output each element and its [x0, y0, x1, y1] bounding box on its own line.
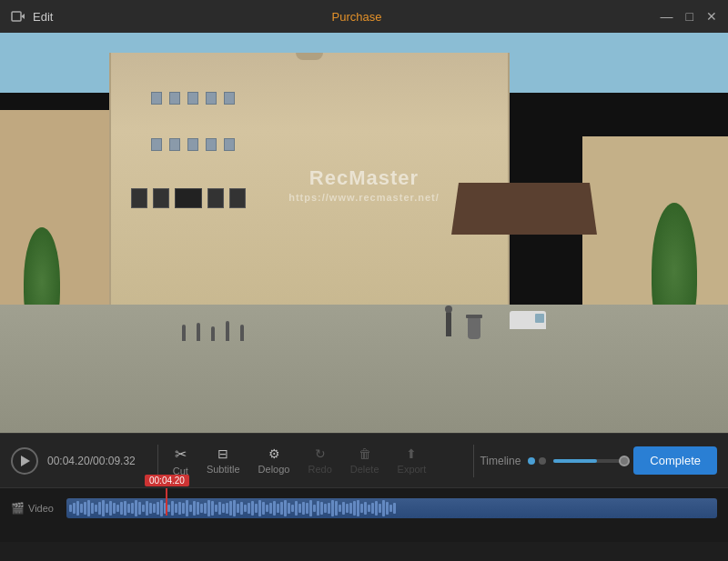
redo-icon: ↻ — [315, 446, 326, 461]
divider-1 — [157, 445, 158, 477]
timeline-dots — [528, 457, 546, 465]
export-icon: ⬆ — [406, 446, 417, 461]
playhead-time: 00:04.20 — [145, 475, 189, 486]
subtitle-button[interactable]: ⊟ Subtitle — [197, 443, 249, 478]
app-icon — [11, 9, 25, 24]
playhead[interactable]: 00:04.20 — [145, 475, 189, 516]
track-content-area[interactable]: 00:04.20 — [59, 498, 717, 518]
redo-button[interactable]: ↻ Redo — [298, 443, 340, 478]
minimize-button[interactable]: — — [661, 10, 673, 23]
play-button[interactable] — [11, 447, 38, 475]
timeline-thumb[interactable] — [619, 456, 630, 466]
video-frame: RecMaster https://www.recmaster.net/ — [0, 33, 728, 433]
timeline-dot-active — [528, 457, 535, 465]
subtitle-label: Subtitle — [207, 464, 240, 475]
delogo-label: Delogo — [258, 464, 290, 475]
main-building — [109, 53, 510, 313]
timeline-slider[interactable] — [553, 459, 626, 463]
video-track-icon: 🎬 — [11, 502, 25, 515]
track-row-video: 🎬 Video 00:04.20 — [11, 496, 717, 521]
close-button[interactable]: ✕ — [706, 10, 717, 23]
subtitle-icon: ⊟ — [217, 446, 228, 461]
timeline-fill — [553, 459, 597, 463]
cut-icon: ✂ — [175, 446, 187, 463]
complete-button[interactable]: Complete — [633, 446, 717, 475]
playhead-line — [166, 488, 167, 516]
divider-2 — [473, 445, 474, 477]
title-bar: Edit Purchase — □ ✕ — [0, 0, 728, 33]
video-player: RecMaster https://www.recmaster.net/ — [0, 33, 728, 433]
svg-rect-0 — [12, 12, 21, 21]
delete-button[interactable]: 🗑 Delete — [341, 443, 389, 478]
timeline-dot-inactive — [539, 457, 546, 465]
app-title: Edit — [33, 10, 53, 24]
title-left: Edit — [11, 9, 53, 24]
maximize-button[interactable]: □ — [686, 10, 693, 23]
video-track-label: Video — [28, 503, 54, 514]
scene-ground — [0, 305, 728, 433]
window-controls: — □ ✕ — [661, 10, 717, 23]
shade-structure — [451, 183, 597, 235]
timeline-label: Timeline — [480, 455, 521, 467]
purchase-link[interactable]: Purchase — [332, 10, 382, 24]
export-label: Export — [398, 464, 427, 475]
scene-buildings — [0, 53, 728, 313]
export-button[interactable]: ⬆ Export — [389, 443, 436, 478]
delogo-icon: ⚙ — [268, 446, 280, 461]
delete-label: Delete — [350, 464, 379, 475]
delete-icon: 🗑 — [359, 446, 371, 461]
delogo-button[interactable]: ⚙ Delogo — [249, 443, 299, 478]
timeline-area: 🎬 Video 00:04.20 — [0, 487, 728, 542]
redo-label: Redo — [308, 464, 331, 475]
play-icon — [21, 456, 30, 466]
time-display: 00:04.20/00:09.32 — [47, 455, 136, 467]
toolbar: 00:04.20/00:09.32 ✂ Cut ⊟ Subtitle ⚙ Del… — [0, 433, 728, 487]
